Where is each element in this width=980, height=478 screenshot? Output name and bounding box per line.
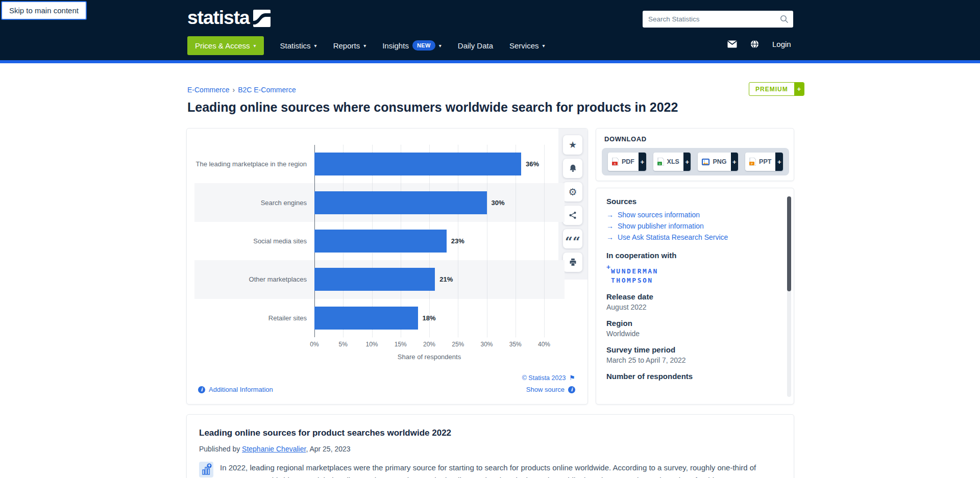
chevron-down-icon: ▾ <box>363 43 366 48</box>
nav-services[interactable]: Services ▾ <box>509 41 545 50</box>
category-label: Retailer sites <box>194 299 307 337</box>
x-tick: 40% <box>531 341 557 348</box>
nav-reports[interactable]: Reports ▾ <box>333 41 366 50</box>
show-source-link[interactable]: Show source i <box>526 386 575 393</box>
breadcrumb-b2c-ecommerce-link[interactable]: B2C E-Commerce <box>238 86 296 94</box>
plus-icon: + <box>731 153 739 171</box>
print-button[interactable] <box>563 253 582 272</box>
chevron-down-icon: ▾ <box>254 43 256 48</box>
plus-icon: + <box>775 153 783 171</box>
favorite-button[interactable]: ★ <box>563 135 582 155</box>
survey-time-period-label: Survey time period <box>606 345 776 354</box>
show-publisher-information-label: Show publisher information <box>618 222 704 230</box>
printer-icon <box>569 258 577 267</box>
value-label: 23% <box>451 222 464 260</box>
additional-information-label: Additional Information <box>209 386 273 393</box>
nav-statistics[interactable]: Statistics ▾ <box>280 41 317 50</box>
statista-logo[interactable]: statista <box>187 8 271 27</box>
arrow-right-icon: → <box>606 211 614 219</box>
nav-prices-access-label: Prices & Access <box>195 41 250 50</box>
xls-file-icon: x <box>657 158 664 166</box>
chevron-down-icon: ▾ <box>314 43 317 48</box>
show-publisher-information-link[interactable]: → Show publisher information <box>606 220 776 232</box>
search-statistics-box <box>643 11 793 28</box>
download-xls-button[interactable]: x XLS + <box>653 153 691 171</box>
arrow-right-icon: → <box>606 222 614 230</box>
x-tick: 0% <box>302 341 327 348</box>
plus-icon: + <box>639 153 646 171</box>
download-button-tray: A PDF + x XLS + <box>602 148 789 175</box>
bar-other-marketplaces[interactable] <box>314 268 435 291</box>
bar-search-engines[interactable] <box>314 191 487 214</box>
search-input[interactable] <box>643 15 780 23</box>
globe-icon[interactable] <box>750 40 759 48</box>
top-navigation-bar: Skip to main content statista Prices & A… <box>0 0 980 60</box>
wunderman-thompson-line1: WUNDERMAN <box>611 267 776 276</box>
copyright-label: © Statista 2023 <box>522 374 566 382</box>
plus-icon: + <box>606 263 610 272</box>
main-navigation: Prices & Access ▾ Statistics ▾ Reports ▾… <box>187 35 545 56</box>
ask-statista-research-service-link[interactable]: → Use Ask Statista Research Service <box>606 232 776 243</box>
x-tick: 10% <box>359 341 385 348</box>
value-label: 21% <box>439 260 453 298</box>
login-link[interactable]: Login <box>772 40 791 48</box>
additional-information-link[interactable]: i Additional Information <box>198 386 273 393</box>
svg-text:A: A <box>614 162 616 165</box>
category-label: Social media sites <box>194 222 307 260</box>
category-label: Search engines <box>194 183 307 221</box>
share-button[interactable] <box>563 206 582 225</box>
breadcrumb-ecommerce-link[interactable]: E-Commerce <box>187 86 229 94</box>
nav-daily-data[interactable]: Daily Data <box>458 41 493 50</box>
cite-button[interactable]: ““ <box>563 229 582 248</box>
details-scrollbar-thumb[interactable] <box>787 196 791 291</box>
nav-services-label: Services <box>509 41 539 50</box>
article-card: Leading online sources for product searc… <box>186 414 794 478</box>
category-label: The leading marketplace in the region <box>194 145 307 183</box>
survey-time-period-value: March 25 to April 7, 2022 <box>606 356 776 364</box>
wunderman-thompson-logo[interactable]: + WUNDERMAN THOMPSON <box>611 267 776 285</box>
article-heading: Leading online sources for product searc… <box>199 428 779 438</box>
star-icon: ★ <box>569 140 577 149</box>
nav-insights[interactable]: Insights NEW ▾ <box>382 40 442 51</box>
nav-reports-label: Reports <box>333 41 360 50</box>
statista-statistic-page: Skip to main content statista Prices & A… <box>0 0 980 478</box>
statista-logo-icon <box>253 10 271 27</box>
statista-copyright-link[interactable]: © Statista 2023 ⚑ <box>522 374 575 382</box>
x-tick: 20% <box>416 341 442 348</box>
plus-icon: + <box>794 83 804 95</box>
download-ppt-button[interactable]: P PPT + <box>745 153 783 171</box>
article-body-text: In 2022, leading regional marketplaces w… <box>220 462 779 478</box>
skip-to-main-content-button[interactable]: Skip to main content <box>1 1 87 20</box>
search-icon[interactable] <box>780 15 789 23</box>
details-scrollbar-track[interactable] <box>787 196 791 397</box>
new-badge: NEW <box>412 40 435 51</box>
download-png-label: PNG <box>713 158 726 165</box>
category-label: Other marketplaces <box>194 260 307 298</box>
download-heading: DOWNLOAD <box>604 135 647 143</box>
download-ppt-label: PPT <box>759 158 771 165</box>
bar-social-media-sites[interactable] <box>314 230 447 253</box>
premium-badge[interactable]: PREMIUM + <box>749 82 804 96</box>
mail-icon[interactable] <box>727 40 737 48</box>
release-date-label: Release date <box>606 292 776 301</box>
ppt-file-icon: P <box>749 158 756 166</box>
bell-icon <box>569 164 577 173</box>
settings-button[interactable]: ⚙ <box>563 182 582 202</box>
utility-menu: Login <box>727 40 791 48</box>
nav-prices-access[interactable]: Prices & Access ▾ <box>187 36 264 55</box>
region-label: Region <box>606 319 776 328</box>
download-pdf-label: PDF <box>622 158 634 165</box>
download-pdf-button[interactable]: A PDF + <box>608 153 646 171</box>
info-icon: i <box>568 386 575 393</box>
x-axis-label: Share of respondents <box>314 353 544 361</box>
bar-retailer-sites[interactable] <box>314 307 418 330</box>
x-tick: 15% <box>388 341 413 348</box>
download-png-button[interactable]: PNG + <box>698 153 738 171</box>
bar-leading-marketplace[interactable] <box>314 153 521 175</box>
show-sources-information-link[interactable]: → Show sources information <box>606 209 776 220</box>
flag-icon: ⚑ <box>569 374 575 382</box>
alert-button[interactable] <box>563 159 582 178</box>
x-tick: 25% <box>445 341 471 348</box>
author-link[interactable]: Stephanie Chevalier <box>242 445 306 453</box>
release-date-value: August 2022 <box>606 303 776 311</box>
